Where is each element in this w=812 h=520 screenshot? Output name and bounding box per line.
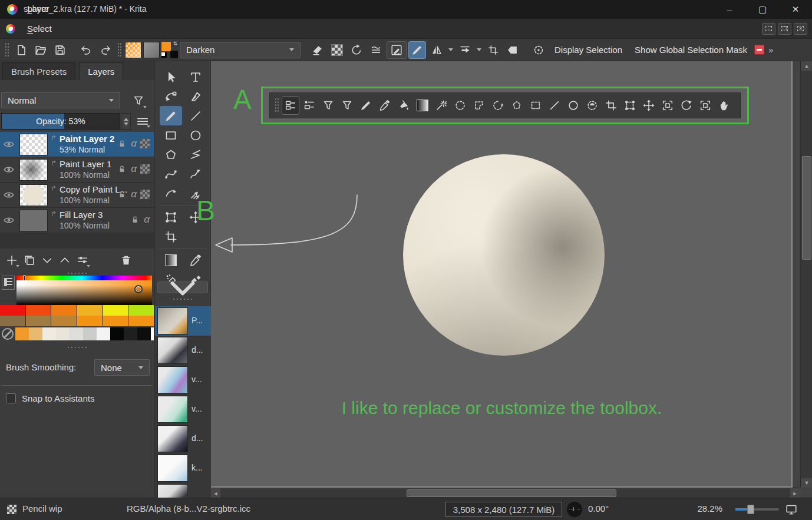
no-color-icon[interactable] bbox=[2, 328, 14, 340]
gradient-swatch[interactable] bbox=[125, 42, 141, 58]
brush-preset-item[interactable]: P... bbox=[155, 306, 212, 336]
history-color-swatch[interactable] bbox=[15, 327, 29, 340]
float-zoom-select[interactable] bbox=[697, 96, 714, 115]
float-select-round-dot[interactable] bbox=[583, 96, 601, 115]
reset-colors-icon[interactable] bbox=[161, 52, 167, 58]
vertical-scrollbar[interactable]: ▲ ▼ bbox=[800, 61, 812, 488]
lock-icon[interactable] bbox=[117, 138, 127, 149]
float-select-rect[interactable] bbox=[527, 96, 544, 115]
history-color-swatch[interactable] bbox=[42, 327, 56, 340]
spin-up-icon[interactable] bbox=[124, 118, 128, 121]
alpha-icon[interactable]: α bbox=[131, 164, 137, 174]
toolbar-overflow-button[interactable]: » bbox=[766, 45, 774, 55]
zoom-slider[interactable] bbox=[735, 508, 779, 511]
color-swatch[interactable] bbox=[51, 316, 77, 326]
scroll-left-button[interactable]: ◄ bbox=[211, 488, 220, 498]
toolbox-expander-button[interactable] bbox=[157, 281, 208, 293]
minimize-button[interactable]: – bbox=[713, 0, 746, 19]
tool-text[interactable] bbox=[184, 67, 207, 87]
color-marker[interactable] bbox=[134, 285, 143, 293]
history-color-swatch[interactable] bbox=[110, 327, 124, 340]
brush-preset-item[interactable]: v... bbox=[155, 365, 212, 395]
color-swatch[interactable] bbox=[26, 305, 52, 316]
color-selector-menu-icon[interactable] bbox=[2, 276, 15, 290]
tool-transform[interactable] bbox=[160, 207, 182, 227]
lock-icon[interactable] bbox=[117, 189, 127, 200]
float-line[interactable] bbox=[546, 96, 563, 115]
color-swatch[interactable] bbox=[0, 316, 26, 326]
pattern-swatch[interactable] bbox=[143, 42, 160, 58]
history-color-swatch[interactable] bbox=[70, 327, 83, 340]
color-swatch[interactable] bbox=[77, 305, 103, 316]
float-select-polygon[interactable] bbox=[508, 96, 526, 115]
inherit-alpha-icon[interactable] bbox=[140, 139, 150, 148]
color-swatch[interactable] bbox=[77, 316, 103, 326]
brush-preset-thumbnail[interactable] bbox=[157, 455, 188, 482]
global-selection-mask-icon[interactable] bbox=[754, 45, 764, 55]
undo-icon[interactable] bbox=[77, 41, 95, 59]
color-swatch[interactable] bbox=[26, 316, 52, 326]
float-fill[interactable] bbox=[395, 96, 412, 115]
color-swatch[interactable] bbox=[103, 316, 129, 326]
menu-select[interactable]: Select bbox=[21, 19, 65, 39]
history-color-swatch[interactable] bbox=[83, 327, 97, 340]
layer-thumbnail[interactable] bbox=[19, 210, 48, 231]
scroll-right-button[interactable]: ► bbox=[790, 488, 800, 498]
brush-preset-item[interactable]: v... bbox=[155, 395, 212, 424]
layer-properties-button[interactable] bbox=[74, 252, 91, 269]
layer-visibility-icon[interactable] bbox=[2, 214, 16, 228]
marching-ants-icon[interactable] bbox=[530, 41, 547, 59]
float-select-ellipse-dashed[interactable] bbox=[451, 96, 469, 115]
history-color-swatch[interactable] bbox=[56, 327, 70, 340]
image-dimensions-box[interactable]: 3,508 x 2,480 (127.7 MiB) bbox=[445, 502, 562, 517]
history-color-swatch[interactable] bbox=[124, 327, 137, 340]
duplicate-layer-button[interactable] bbox=[21, 252, 38, 269]
layer-thumbnail[interactable] bbox=[19, 159, 48, 181]
layer-thumbnail[interactable] bbox=[19, 134, 48, 155]
tab-layers[interactable]: Layers bbox=[79, 62, 123, 80]
vertical-scroll-thumb[interactable] bbox=[802, 156, 811, 260]
alpha-icon[interactable]: α bbox=[131, 138, 137, 149]
alpha-icon[interactable]: α bbox=[144, 214, 150, 225]
layer-row[interactable]: Paint Layer 253% Normalα bbox=[0, 132, 154, 157]
float-magic-wand[interactable] bbox=[433, 96, 450, 115]
canvas-rotation-knob[interactable] bbox=[567, 502, 582, 517]
background-color[interactable] bbox=[170, 51, 178, 58]
tool-ellipse[interactable] bbox=[184, 125, 207, 145]
new-document-icon[interactable] bbox=[12, 41, 30, 59]
add-layer-button[interactable] bbox=[4, 252, 20, 269]
lock-icon[interactable] bbox=[117, 164, 127, 174]
eraser-icon[interactable] bbox=[309, 41, 326, 59]
tool-dynamic-brush[interactable] bbox=[160, 184, 182, 203]
horizontal-scroll-thumb[interactable] bbox=[407, 489, 616, 497]
history-color-swatch[interactable] bbox=[97, 327, 110, 340]
float-gradient[interactable] bbox=[414, 96, 431, 115]
tool-freehand-path[interactable] bbox=[184, 164, 207, 184]
brush-preset-item[interactable]: k... bbox=[155, 453, 212, 483]
brush-preset-item[interactable]: d... bbox=[155, 336, 212, 365]
float-transform[interactable] bbox=[621, 96, 639, 115]
tool-polyline[interactable] bbox=[184, 145, 207, 164]
brush-preset-status-icon[interactable] bbox=[7, 505, 16, 514]
float-zoom-select[interactable] bbox=[659, 96, 676, 115]
layer-visibility-icon[interactable] bbox=[2, 163, 16, 177]
fullscreen-monitor-icon[interactable] bbox=[785, 503, 798, 516]
zoom-slider-handle[interactable] bbox=[747, 505, 754, 514]
lock-icon[interactable] bbox=[130, 214, 140, 225]
brush-preset-icon[interactable] bbox=[408, 41, 426, 59]
saturation-value-box[interactable] bbox=[16, 280, 152, 305]
tool-freehand-brush[interactable] bbox=[160, 106, 182, 125]
layer-thumbnail[interactable] bbox=[19, 184, 48, 206]
horizontal-scrollbar[interactable]: ◄ ► bbox=[211, 488, 800, 498]
brush-preset-thumbnail[interactable] bbox=[157, 396, 188, 423]
float-freehand-brush[interactable] bbox=[357, 96, 375, 115]
trim-icon[interactable] bbox=[484, 41, 502, 59]
brush-preset-item[interactable] bbox=[155, 483, 212, 498]
float-toolbar-grip[interactable] bbox=[275, 98, 279, 113]
layer-options-menu-button[interactable] bbox=[134, 114, 151, 129]
inherit-alpha-icon[interactable] bbox=[140, 164, 150, 174]
layer-filter-button[interactable] bbox=[130, 92, 147, 110]
brush-preset-thumbnail[interactable] bbox=[157, 337, 188, 364]
float-color-sampler[interactable] bbox=[376, 96, 394, 115]
brush-preset-thumbnail[interactable] bbox=[157, 425, 188, 452]
